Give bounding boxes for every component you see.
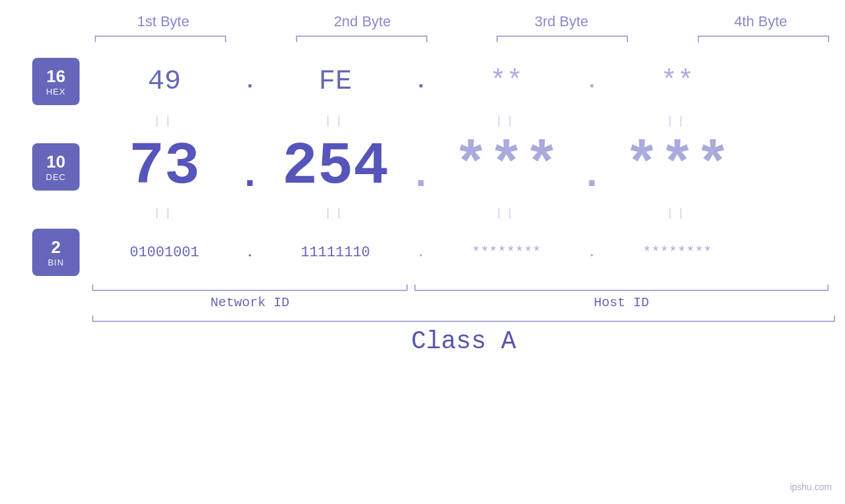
hex-val-1: 49 bbox=[92, 66, 237, 97]
bottom-brackets-row: Network ID Host ID bbox=[92, 285, 835, 310]
top-bracket-3 bbox=[496, 35, 628, 42]
equals-row-1: || || || || bbox=[92, 111, 835, 131]
hex-val-2: FE bbox=[263, 66, 408, 97]
dec-val-1: 73 bbox=[92, 137, 237, 196]
byte-header-2: 2nd Byte bbox=[290, 13, 435, 30]
bin-val-2: 11111110 bbox=[263, 244, 408, 261]
bin-row: 01001001 . 11111110 . ******** . *******… bbox=[92, 223, 835, 282]
class-section: Class A bbox=[92, 315, 835, 355]
dec-dot-3: . bbox=[579, 137, 605, 198]
hex-row: 49 . FE . ** . ** bbox=[92, 52, 835, 111]
byte-header-1: 1st Byte bbox=[91, 13, 235, 30]
top-bracket-1 bbox=[95, 35, 226, 42]
dec-val-3: *** bbox=[434, 137, 579, 196]
bin-val-1: 01001001 bbox=[92, 244, 237, 261]
bin-val-3: ******** bbox=[434, 244, 579, 261]
hex-val-3: ** bbox=[434, 66, 579, 97]
network-id-label: Network ID bbox=[210, 295, 289, 310]
hex-dot-1: . bbox=[237, 70, 263, 94]
dec-badge: 10 DEC bbox=[32, 143, 80, 191]
bin-dot-2: . bbox=[408, 245, 434, 260]
dec-dot-2: . bbox=[408, 137, 434, 198]
dec-badge-num: 10 bbox=[47, 152, 66, 172]
hex-dot-3: . bbox=[579, 70, 605, 94]
data-rows: 49 . FE . ** . ** || || || || 73 bbox=[92, 52, 845, 504]
bin-dot-1: . bbox=[237, 245, 263, 260]
host-id-bracket bbox=[414, 285, 829, 291]
dec-badge-label: DEC bbox=[46, 172, 66, 182]
byte-header-3: 3rd Byte bbox=[489, 13, 634, 30]
dec-dot-1: . bbox=[237, 137, 263, 198]
class-label: Class A bbox=[411, 327, 516, 355]
hex-badge: 16 HEX bbox=[32, 58, 80, 105]
hex-val-4: ** bbox=[605, 66, 750, 97]
dec-val-4: *** bbox=[605, 137, 750, 196]
hex-dot-2: . bbox=[408, 70, 434, 94]
bin-val-4: ******** bbox=[605, 244, 750, 261]
bin-badge-num: 2 bbox=[51, 237, 60, 258]
top-bracket-2 bbox=[296, 35, 427, 42]
main-container: 1st Byte 2nd Byte 3rd Byte 4th Byte 16 H… bbox=[0, 0, 845, 504]
dec-row: 73 . 254 . *** . *** bbox=[92, 131, 835, 203]
host-id-label: Host ID bbox=[594, 295, 649, 310]
bin-badge-label: BIN bbox=[48, 258, 64, 267]
dec-val-2: 254 bbox=[263, 137, 408, 196]
bin-dot-3: . bbox=[579, 245, 605, 260]
top-bracket-4 bbox=[698, 35, 829, 42]
bin-badge: 2 BIN bbox=[32, 229, 80, 276]
network-id-bracket bbox=[92, 285, 408, 291]
main-area: 16 HEX 10 DEC 2 BIN bbox=[0, 52, 845, 504]
equals-row-2: || || || || bbox=[92, 203, 835, 223]
class-bracket bbox=[92, 315, 835, 322]
hex-badge-label: HEX bbox=[46, 87, 66, 97]
byte-header-4: 4th Byte bbox=[688, 13, 833, 30]
badges-column: 16 HEX 10 DEC 2 BIN bbox=[0, 52, 92, 504]
watermark: ipshu.com bbox=[790, 482, 832, 492]
hex-badge-num: 16 bbox=[47, 66, 66, 87]
